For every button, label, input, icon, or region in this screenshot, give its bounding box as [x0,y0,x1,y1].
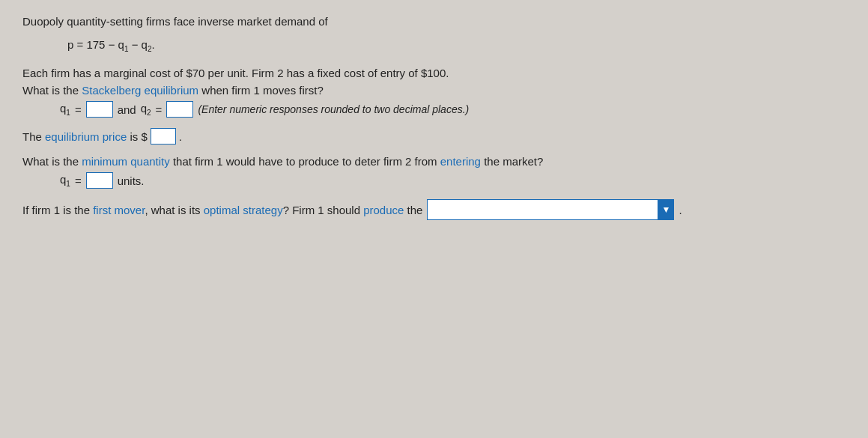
strategy-prefix-text: If firm 1 is the first mover, what is it… [22,204,422,216]
strategy-dropdown-wrapper: Stackelberg quantity deterrence quantity… [427,199,674,220]
q2-input[interactable] [166,101,193,118]
cost-label: Each firm has a marginal cost of $70 per… [22,67,449,79]
equation-line: p = 175 − q1 − q2. [67,38,846,53]
units-label: units. [118,174,145,187]
q1-input[interactable] [86,101,113,118]
price-input[interactable] [151,128,176,145]
equilibrium-price-section: The equilibrium price is $ . [22,128,846,145]
and-label: and [118,103,136,116]
equil-label-prefix: The equilibrium price is $ [22,130,148,143]
equil-period: . [179,130,182,143]
q2-equals: = [156,103,163,116]
main-page: Duopoly quantity-setting firms face inve… [0,0,868,438]
strategy-section: If firm 1 is the first mover, what is it… [22,199,846,220]
stackelberg-question: What is the Stackelberg equilibrium when… [22,84,846,97]
q1-units-row: q1 = units. [60,172,846,189]
cost-line: Each firm has a marginal cost of $70 per… [22,67,846,79]
equation: p = 175 − q1 − q2. [67,38,155,51]
min-quantity-section: What is the minimum quantity that firm 1… [22,155,846,189]
q2-var-label: q2 [141,102,151,117]
optimal-strategy-highlight: optimal strategy [204,204,283,216]
q1-q2-input-row: q1 = and q2 = (Enter numeric responses r… [60,101,846,118]
first-mover-highlight: first mover [93,204,145,216]
stackelberg-highlight: Stackelberg equilibrium [82,84,198,97]
enter-note: (Enter numeric responses rounded to two … [198,103,469,115]
q1-units-equals: = [75,174,82,187]
stackelberg-section: What is the Stackelberg equilibrium when… [22,84,846,118]
entering-highlight: entering [440,155,481,168]
q1-var-label: q1 [60,102,70,117]
strategy-select[interactable]: Stackelberg quantity deterrence quantity… [427,199,674,220]
min-quantity-question: What is the minimum quantity that firm 1… [22,155,846,168]
intro-label: Duopoly quantity-setting firms face inve… [22,15,328,28]
q1-units-input[interactable] [86,172,113,189]
equilibrium-price-highlight: equilibrium price [45,130,127,143]
q1-equals: = [75,103,82,116]
produce-highlight: produce [363,204,404,216]
strategy-period: . [679,204,682,216]
q1-units-var: q1 [60,173,70,188]
intro-text: Duopoly quantity-setting firms face inve… [22,15,846,28]
min-quantity-highlight: minimum quantity [82,155,170,168]
